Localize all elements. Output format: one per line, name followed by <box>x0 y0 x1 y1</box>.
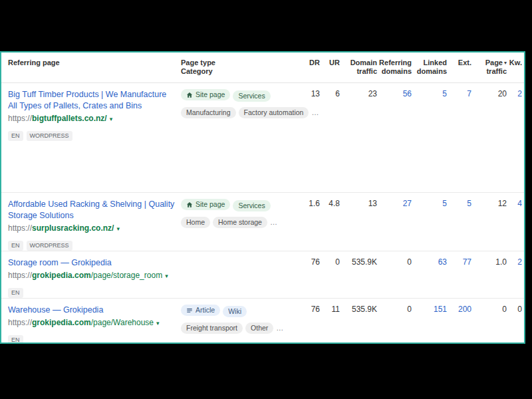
metric-linked-domains[interactable]: 5 <box>414 82 449 192</box>
badge-row: EN <box>8 285 177 298</box>
metric-domain-traffic: 13 <box>342 192 379 251</box>
col-header-referring-page[interactable]: Referring page <box>1 53 181 82</box>
col-header-page-type: Page type <box>181 59 291 67</box>
metric-dr: 76 <box>291 251 322 298</box>
category-pill: Factory automation <box>239 107 309 118</box>
metric-referring-domains: 0 <box>379 298 414 344</box>
page-type-pill: Services <box>233 90 270 102</box>
chevron-down-icon[interactable]: ▾ <box>116 225 120 232</box>
metric-ext[interactable]: 7 <box>449 82 473 192</box>
badge-row: ENWORDPRESS <box>8 238 177 251</box>
metric-ur: 6 <box>322 82 342 192</box>
metric-dr: 76 <box>291 298 322 344</box>
col-header-linked-domains[interactable]: Linked domains <box>414 53 449 82</box>
metric-ext[interactable]: 77 <box>449 251 473 298</box>
badge-row: EN <box>8 332 177 344</box>
table-row: Affordable Used Racking & Shelving | Qua… <box>1 192 524 251</box>
metric-kw: 0 <box>509 298 524 344</box>
more-categories[interactable]: … <box>276 324 284 332</box>
referring-pages-table: Referring page Page type Category DR UR … <box>1 53 524 344</box>
metric-linked-domains[interactable]: 5 <box>414 192 449 251</box>
col-header-domain-traffic[interactable]: Domain traffic <box>342 53 379 82</box>
referring-page-url[interactable]: https://bigtuffpallets.co.nz/▾ <box>8 114 177 124</box>
language-badge: EN <box>8 288 23 298</box>
metric-linked-domains[interactable]: 151 <box>414 298 449 344</box>
metric-ur: 11 <box>322 298 342 344</box>
metric-page-traffic: 0 <box>473 298 509 344</box>
language-badge: EN <box>8 241 23 251</box>
page-type-pill: Article <box>181 305 220 316</box>
referring-page-url[interactable]: https://grokipedia.com/page/Warehouse▾ <box>8 318 177 329</box>
category-pill: Freight transport <box>181 323 243 334</box>
chevron-down-icon[interactable]: ▾ <box>156 320 160 327</box>
metric-referring-domains[interactable]: 56 <box>379 82 414 192</box>
metric-kw[interactable]: 2 <box>509 82 524 192</box>
metric-page-traffic: 12 <box>473 192 509 251</box>
metric-dr: 1.6 <box>291 192 322 251</box>
article-lines-icon <box>186 307 193 314</box>
url-domain: bigtuffpallets.co.nz/ <box>32 114 107 123</box>
referring-page-url[interactable]: https://surplusracking.co.nz/▾ <box>8 223 177 234</box>
url-path: /page/Warehouse <box>91 318 154 327</box>
home-icon <box>186 92 193 98</box>
metric-kw[interactable]: 4 <box>509 192 524 251</box>
page-type-pill: Site page <box>181 199 230 210</box>
metric-ext[interactable]: 200 <box>449 298 473 344</box>
badge-row: ENWORDPRESS <box>8 128 177 141</box>
page-type-pill: Site page <box>181 89 230 100</box>
metric-domain-traffic: 535.9K <box>342 251 379 298</box>
language-badge: EN <box>8 131 23 141</box>
chevron-down-icon[interactable]: ▾ <box>110 116 113 122</box>
col-header-page-traffic[interactable]: Page▾ traffic <box>473 53 509 82</box>
referring-page-title[interactable]: Big Tuff Timber Products | We Manufactur… <box>8 89 177 112</box>
more-categories[interactable]: … <box>311 108 319 116</box>
chevron-down-icon[interactable]: ▾ <box>165 273 168 279</box>
metric-kw[interactable]: 2 <box>509 251 524 298</box>
category-pill: Home <box>181 217 210 228</box>
col-header-ext[interactable]: Ext. <box>449 53 473 82</box>
metric-ur: 0 <box>322 251 342 298</box>
url-domain: grokipedia.com <box>32 318 91 327</box>
category-pill: Manufacturing <box>181 107 236 118</box>
table-header-row: Referring page Page type Category DR UR … <box>1 53 524 82</box>
platform-badge: WORDPRESS <box>27 131 72 141</box>
metric-domain-traffic: 23 <box>342 82 379 192</box>
page-type-pill: Wiki <box>223 306 247 317</box>
metric-page-traffic: 20 <box>473 82 509 192</box>
col-header-kw[interactable]: Kw. <box>509 53 524 82</box>
referring-page-title[interactable]: Warehouse — Grokipedia <box>8 305 177 316</box>
more-categories[interactable]: … <box>270 218 278 226</box>
referring-page-title[interactable]: Storage room — Grokipedia <box>8 257 177 269</box>
backlinks-table-panel: Referring page Page type Category DR UR … <box>0 51 525 344</box>
table-row: Storage room — Grokipedia https://grokip… <box>1 251 524 298</box>
table-row: Warehouse — Grokipedia https://grokipedi… <box>1 298 524 344</box>
platform-badge: WORDPRESS <box>27 241 72 251</box>
col-header-category: Category <box>181 67 291 76</box>
metric-page-traffic: 1.0 <box>473 251 509 298</box>
metric-referring-domains: 0 <box>379 251 414 298</box>
category-pill: Home storage <box>213 217 267 228</box>
url-path: /page/storage_room <box>91 271 162 280</box>
screenshot-stage: Referring page Page type Category DR UR … <box>0 0 532 399</box>
col-header-dr[interactable]: DR <box>291 53 322 82</box>
language-badge: EN <box>8 335 23 344</box>
url-domain: surplusracking.co.nz/ <box>32 223 114 233</box>
metric-ext[interactable]: 5 <box>449 192 473 251</box>
home-icon <box>186 201 193 208</box>
metric-linked-domains[interactable]: 63 <box>414 251 449 298</box>
page-type-pill: Services <box>233 200 270 211</box>
category-pill: Other <box>245 323 273 334</box>
metric-ur: 4.8 <box>322 192 342 251</box>
col-header-ur[interactable]: UR <box>322 53 342 82</box>
metric-domain-traffic: 535.9K <box>342 298 379 344</box>
table-row: Big Tuff Timber Products | We Manufactur… <box>1 82 524 192</box>
metric-dr: 13 <box>291 82 322 192</box>
sort-descending-icon: ▾ <box>504 60 507 66</box>
url-domain: grokipedia.com <box>32 271 91 280</box>
referring-page-title[interactable]: Affordable Used Racking & Shelving | Qua… <box>8 199 177 221</box>
col-header-referring-domains[interactable]: Referring domains <box>379 53 414 82</box>
col-header-page-type-category[interactable]: Page type Category <box>181 53 291 82</box>
referring-page-url[interactable]: https://grokipedia.com/page/storage_room… <box>8 271 177 281</box>
metric-referring-domains[interactable]: 27 <box>379 192 414 251</box>
